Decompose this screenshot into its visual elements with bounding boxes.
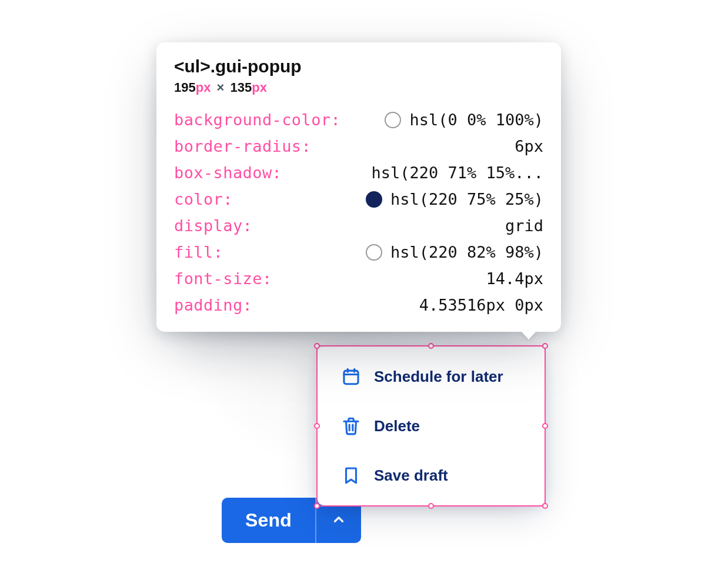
gui-popup: Schedule for later Delete Save draft: [318, 347, 545, 505]
prop-row: padding 4.53516px 0px: [174, 296, 543, 314]
popup-item-save-draft[interactable]: Save draft: [318, 451, 545, 500]
prop-value: hsl(220 82% 98%): [390, 243, 543, 261]
chevron-up-icon: [331, 512, 346, 529]
popup-item-label: Delete: [374, 417, 420, 435]
popup-item-label: Save draft: [374, 467, 448, 485]
prop-row: border-radius 6px: [174, 137, 543, 155]
prop-row: background-color hsl(0 0% 100%): [174, 111, 543, 129]
prop-key: font-size: [174, 269, 272, 288]
prop-key: color: [174, 190, 233, 208]
element-class: .gui-popup: [211, 56, 302, 76]
element-tag: <ul>: [174, 56, 211, 76]
prop-row: display grid: [174, 216, 543, 235]
prop-row: fill hsl(220 82% 98%): [174, 243, 543, 261]
calendar-icon: [341, 367, 361, 387]
prop-value: hsl(220 75% 25%): [390, 190, 543, 208]
prop-key: display: [174, 216, 252, 235]
bookmark-icon: [341, 465, 361, 485]
trash-icon: [341, 416, 361, 436]
popup-item-delete[interactable]: Delete: [318, 401, 545, 451]
send-button[interactable]: Send: [222, 498, 315, 543]
prop-row: font-size 14.4px: [174, 269, 543, 288]
tooltip-dimensions: 195px × 135px: [174, 80, 543, 95]
popup-item-label: Schedule for later: [374, 368, 503, 386]
color-swatch-icon: [385, 112, 401, 128]
popup-item-schedule[interactable]: Schedule for later: [318, 352, 545, 401]
prop-key: background-color: [174, 111, 340, 129]
prop-value: hsl(0 0% 100%): [409, 111, 543, 129]
color-swatch-icon: [366, 191, 382, 208]
devtools-tooltip: <ul>.gui-popup 195px × 135px background-…: [156, 42, 561, 332]
prop-row: box-shadow hsl(220 71% 15%...: [174, 164, 543, 182]
color-swatch-icon: [366, 244, 382, 261]
prop-key: border-radius: [174, 137, 311, 155]
prop-value: 4.53516px 0px: [419, 296, 543, 314]
prop-value: grid: [505, 216, 543, 235]
prop-value: hsl(220 71% 15%...: [371, 164, 543, 182]
prop-row: color hsl(220 75% 25%): [174, 190, 543, 208]
tooltip-selector: <ul>.gui-popup: [174, 56, 543, 76]
prop-value: 6px: [515, 137, 543, 155]
svg-rect-0: [344, 371, 358, 384]
prop-value: 14.4px: [486, 269, 543, 288]
style-properties: background-color hsl(0 0% 100%) border-r…: [174, 111, 543, 314]
prop-key: fill: [174, 243, 223, 261]
prop-key: box-shadow: [174, 164, 282, 182]
prop-key: padding: [174, 296, 252, 314]
